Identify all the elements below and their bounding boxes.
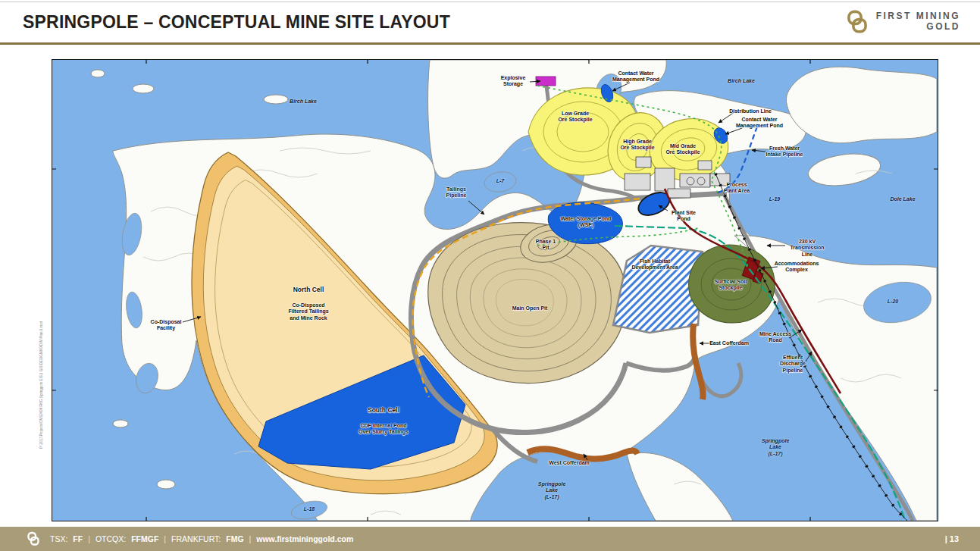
separator: | bbox=[88, 534, 90, 543]
label-mid-grade-stockpile: Mid Grade Ore Stockpile bbox=[665, 143, 700, 156]
label-fish-habitat: Fish Habitat Development Area bbox=[631, 258, 678, 271]
label-lake-l7: L-7 bbox=[496, 178, 505, 184]
label-south-cell-detail: CDF Internal Pond Over Slurry Tailings bbox=[358, 423, 409, 436]
footer-website: www.firstmininggold.com bbox=[256, 534, 353, 543]
ticker-tsx-label: TSX: bbox=[50, 534, 67, 543]
label-lake-l20: L-20 bbox=[888, 299, 898, 305]
label-north-cell-detail: Co-Disposed Filtered Tailings and Mine R… bbox=[288, 302, 328, 321]
map-canvas bbox=[52, 60, 938, 521]
label-process-plant-area: Process Plant Area bbox=[724, 182, 750, 195]
slide: SPRINGPOLE – CONCEPTUAL MINE SITE LAYOUT… bbox=[0, 0, 980, 551]
label-north-cell: North Cell bbox=[293, 286, 324, 293]
label-springpole-lake-south: Springpole Lake (L-17) bbox=[538, 481, 566, 500]
label-surficial-soil-stockpile: Surficial Soil Stockpile bbox=[715, 279, 747, 292]
label-water-storage-pond: Water Storage Pond (WSP) bbox=[561, 216, 612, 229]
label-birch-lake-west: Birch Lake bbox=[290, 99, 317, 105]
label-dole-lake: Dole Lake bbox=[890, 196, 915, 202]
label-main-open-pit: Main Open Pit bbox=[512, 305, 548, 312]
ticker-strip: TSX:FF | OTCQX:FFMGF | FRANKFURT:FMG | w… bbox=[50, 534, 353, 543]
slide-top-border bbox=[0, 2, 980, 2]
footer-knot-icon bbox=[26, 531, 41, 546]
separator: | bbox=[164, 534, 166, 543]
label-lake-l19: L-19 bbox=[769, 196, 780, 202]
ticker-frankfurt-label: FRANKFURT: bbox=[171, 534, 221, 543]
label-mine-access-road: Mine Access Road bbox=[759, 331, 791, 344]
label-tailings-pipeline: Tailings Pipeline bbox=[446, 186, 467, 199]
ticker-otcqx-value: FFMGF bbox=[131, 534, 158, 543]
title-divider bbox=[0, 42, 980, 45]
label-fresh-water-intake: Fresh Water Intake Pipeline bbox=[766, 146, 803, 158]
ticker-frankfurt-value: FMG bbox=[226, 534, 243, 543]
label-springpole-lake-east: Springpole Lake (L-17) bbox=[762, 438, 790, 457]
ticker-tsx-value: FF bbox=[73, 534, 83, 543]
label-distribution-line: Distribution Line bbox=[729, 108, 772, 114]
label-south-cell: South Cell bbox=[368, 406, 399, 414]
first-mining-gold-knot-icon bbox=[844, 9, 870, 35]
logo-line2: GOLD bbox=[926, 22, 960, 33]
label-accommodations-complex: Accommodations Complex bbox=[775, 261, 819, 274]
label-low-grade-stockpile: Low Grade Ore Stockpile bbox=[558, 111, 592, 124]
label-birch-lake-east: Birch Lake bbox=[728, 78, 755, 84]
ticker-otcqx-label: OTCQX: bbox=[95, 534, 126, 543]
company-logo: FIRST MINING GOLD bbox=[844, 9, 960, 35]
label-west-cofferdam: West Cofferdam bbox=[549, 460, 590, 466]
label-co-disposal-facility: Co-Disposal Facility bbox=[151, 319, 182, 332]
logo-wordmark: FIRST MINING GOLD bbox=[876, 11, 960, 33]
label-plant-site-pond: Plant Site Pond bbox=[672, 210, 696, 223]
mine-site-map: Explosive Storage Contact Water Manageme… bbox=[52, 59, 938, 521]
separator: | bbox=[249, 534, 252, 543]
page-title: SPRINGPOLE – CONCEPTUAL MINE SITE LAYOUT bbox=[23, 12, 450, 33]
label-high-grade-stockpile: High Grade Ore Stockpile bbox=[620, 139, 654, 152]
footer-bar: TSX:FF | OTCQX:FFMGF | FRANKFURT:FMG | w… bbox=[0, 527, 980, 551]
label-effluent-pipeline: Effluent Discharge Pipeline bbox=[780, 355, 806, 374]
logo-line1: FIRST MINING bbox=[876, 11, 960, 22]
label-phase-1-pit: Phase 1 Pit bbox=[536, 239, 556, 252]
map-source-note: P:\2017\Projects\CMS2434 FMG Springpole … bbox=[39, 146, 43, 449]
label-contact-water-pond-east: Contact Water Management Pond bbox=[736, 117, 783, 130]
label-contact-water-pond-north: Contact Water Management Pond bbox=[612, 70, 659, 83]
page-number: | 13 bbox=[945, 534, 959, 543]
label-explosive-storage: Explosive Storage bbox=[501, 75, 526, 88]
label-transmission-line: 230 kV Transmission Line bbox=[790, 239, 824, 258]
label-east-cofferdam: East Cofferdam bbox=[709, 340, 749, 346]
label-lake-l18: L-18 bbox=[304, 506, 315, 512]
